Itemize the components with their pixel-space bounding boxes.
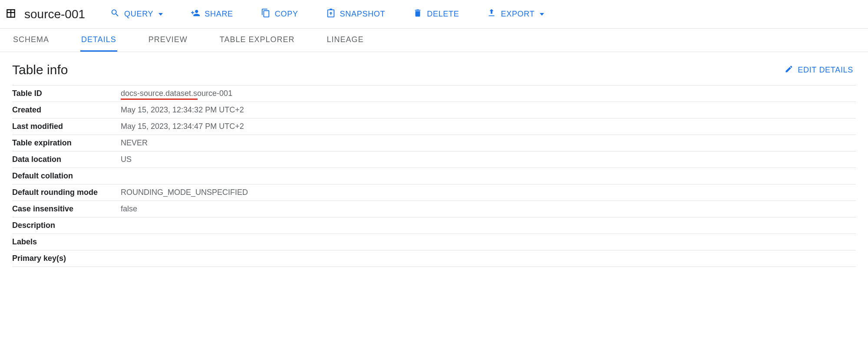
person-add-icon [191, 8, 200, 20]
export-label: EXPORT [501, 10, 535, 19]
table-row: Table expiration NEVER [12, 135, 856, 151]
info-label: Description [12, 217, 121, 234]
content: Table info EDIT DETAILS Table ID docs-so… [0, 52, 868, 277]
info-value: May 15, 2023, 12:34:47 PM UTC+2 [121, 118, 856, 135]
export-button[interactable]: EXPORT [486, 6, 545, 23]
snapshot-icon [326, 8, 336, 20]
header-left: source-001 [5, 7, 85, 21]
table-row: Primary key(s) [12, 250, 856, 267]
section-title: Table info [12, 63, 68, 77]
dropdown-arrow-icon [540, 13, 544, 16]
share-label: SHARE [205, 10, 233, 19]
share-button[interactable]: SHARE [190, 6, 234, 23]
info-label: Case insensitive [12, 201, 121, 217]
info-value: US [121, 151, 856, 168]
info-label: Table ID [12, 86, 121, 102]
pencil-icon [785, 65, 793, 76]
table-row: Case insensitive false [12, 201, 856, 217]
delete-label: DELETE [427, 10, 459, 19]
snapshot-label: SNAPSHOT [340, 10, 386, 19]
query-label: QUERY [124, 10, 153, 19]
tabs: SCHEMA DETAILS PREVIEW TABLE EXPLORER LI… [0, 29, 868, 52]
copy-button[interactable]: COPY [260, 6, 299, 23]
query-button[interactable]: QUERY [109, 6, 164, 23]
table-icon [5, 8, 17, 21]
info-label: Data location [12, 151, 121, 168]
edit-details-label: EDIT DETAILS [798, 66, 853, 75]
table-row: Data location US [12, 151, 856, 168]
info-value [121, 234, 856, 250]
dropdown-arrow-icon [158, 13, 163, 16]
table-info: Table ID docs-source.dataset.source-001 … [12, 85, 856, 267]
search-icon [110, 8, 120, 20]
info-value: May 15, 2023, 12:34:32 PM UTC+2 [121, 102, 856, 118]
tab-table-explorer[interactable]: TABLE EXPLORER [219, 29, 296, 52]
tab-details[interactable]: DETAILS [80, 29, 117, 52]
info-label: Labels [12, 234, 121, 250]
tab-preview[interactable]: PREVIEW [148, 29, 188, 52]
info-label: Default rounding mode [12, 184, 121, 201]
toolbar: QUERY SHARE COPY SNAPSHOT DELETE [109, 6, 545, 23]
info-value: false [121, 201, 856, 217]
info-value: docs-source.dataset.source-001 [121, 86, 856, 102]
info-value [121, 217, 856, 234]
edit-details-button[interactable]: EDIT DETAILS [782, 64, 856, 76]
delete-icon [413, 8, 422, 20]
copy-label: COPY [275, 10, 298, 19]
table-row: Labels [12, 234, 856, 250]
info-value [121, 168, 856, 184]
snapshot-button[interactable]: SNAPSHOT [325, 6, 386, 23]
header-toolbar: source-001 QUERY SHARE COPY SNAPSHOT [0, 0, 868, 29]
table-row: Default collation [12, 168, 856, 184]
export-icon [487, 8, 496, 20]
table-row: Description [12, 217, 856, 234]
info-label: Primary key(s) [12, 250, 121, 267]
tab-lineage[interactable]: LINEAGE [326, 29, 364, 52]
info-value: ROUNDING_MODE_UNSPECIFIED [121, 184, 856, 201]
table-row: Created May 15, 2023, 12:34:32 PM UTC+2 [12, 102, 856, 118]
delete-button[interactable]: DELETE [412, 6, 460, 23]
info-label: Last modified [12, 118, 121, 135]
table-row: Table ID docs-source.dataset.source-001 [12, 86, 856, 102]
tab-schema[interactable]: SCHEMA [12, 29, 50, 52]
info-label: Default collation [12, 168, 121, 184]
section-header: Table info EDIT DETAILS [12, 63, 856, 77]
copy-icon [261, 8, 271, 20]
info-label: Table expiration [12, 135, 121, 151]
info-value: NEVER [121, 135, 856, 151]
info-label: Created [12, 102, 121, 118]
table-row: Last modified May 15, 2023, 12:34:47 PM … [12, 118, 856, 135]
table-row: Default rounding mode ROUNDING_MODE_UNSP… [12, 184, 856, 201]
page-title: source-001 [24, 7, 85, 21]
info-value [121, 250, 856, 267]
